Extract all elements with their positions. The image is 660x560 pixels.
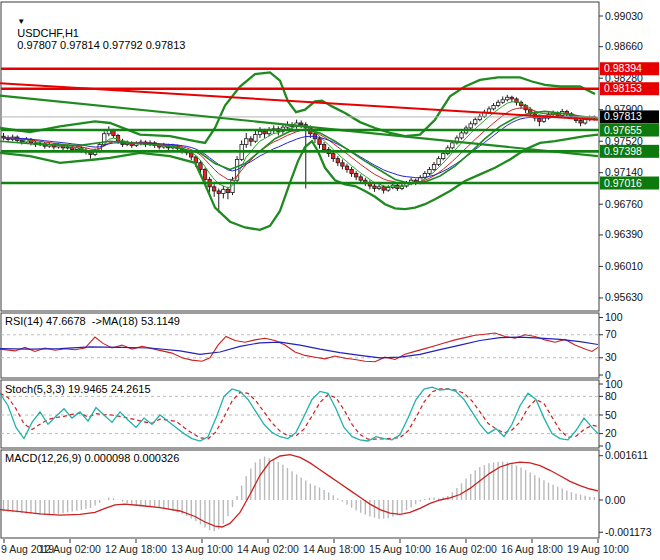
macd-axis-label: -0.001173 xyxy=(605,526,652,538)
candle-body xyxy=(336,159,339,163)
candle-body xyxy=(496,102,499,105)
chart-title: ▼ USDCHF,H1 0.97807 0.97814 0.97792 0.97… xyxy=(5,3,185,63)
price-badge-label: 0.97398 xyxy=(604,145,642,157)
time-axis-label: 15 Aug 10:00 xyxy=(369,543,431,555)
rsi-axis-label: 100 xyxy=(605,311,623,323)
candle-body xyxy=(116,135,119,141)
candle-body xyxy=(501,100,504,102)
price-axis: 0.990300.986600.982800.979000.975200.971… xyxy=(599,10,659,538)
candle-body xyxy=(437,159,440,165)
candle-body xyxy=(217,191,220,193)
candle-body xyxy=(332,154,335,159)
rsi-axis-label: 70 xyxy=(605,328,617,340)
candle-body xyxy=(377,187,380,189)
candle-body xyxy=(382,187,385,190)
candle-body xyxy=(469,124,472,128)
price-axis-label: 0.96760 xyxy=(605,198,643,210)
time-axis-label: 14 Aug 02:00 xyxy=(237,543,299,555)
candle-body xyxy=(300,123,303,125)
candle-body xyxy=(510,97,513,99)
time-axis-label: 16 Aug 18:00 xyxy=(501,543,563,555)
candle-body xyxy=(254,135,257,142)
price-axis-label: 0.95630 xyxy=(605,291,643,303)
price-badge-label: 0.97016 xyxy=(604,177,642,189)
candle-body xyxy=(538,118,541,121)
candle-body xyxy=(226,189,229,192)
candle-body xyxy=(487,109,490,112)
candle-body xyxy=(263,131,266,133)
candle-body xyxy=(345,166,348,169)
stoch-axis-label: 50 xyxy=(605,409,617,421)
candle-body xyxy=(387,188,390,190)
candle-body xyxy=(373,186,376,188)
candle-body xyxy=(318,139,321,145)
candle-body xyxy=(460,133,463,138)
candle-body xyxy=(354,174,357,177)
price-axis-label: 0.96390 xyxy=(605,228,643,240)
candle-body xyxy=(249,139,252,141)
chart-window: ▼ USDCHF,H1 0.97807 0.97814 0.97792 0.97… xyxy=(0,0,660,560)
candle-body xyxy=(258,131,261,134)
stoch-axis-label: 80 xyxy=(605,390,617,402)
candle-body xyxy=(203,169,206,179)
candle-body xyxy=(506,97,509,99)
time-axis-label: 16 Aug 02:00 xyxy=(435,543,497,555)
candle-body xyxy=(341,163,344,166)
candle-body xyxy=(212,187,215,191)
candle-body xyxy=(222,189,225,193)
candle-body xyxy=(428,169,431,173)
price-badge-label: 0.97813 xyxy=(604,110,642,122)
time-axis-label: 13 Aug 10:00 xyxy=(171,543,233,555)
candle-body xyxy=(492,106,495,109)
ohlc-values: 0.97807 0.97814 0.97792 0.97813 xyxy=(17,39,185,51)
candle-body xyxy=(322,145,325,150)
price-badge-label: 0.98153 xyxy=(604,82,642,94)
candle-body xyxy=(359,177,362,180)
symbol-dropdown-icon[interactable]: ▼ xyxy=(17,17,25,26)
price-axis-label: 0.96010 xyxy=(605,260,643,272)
candle-body xyxy=(245,139,248,145)
stoch-axis-label: 100 xyxy=(605,378,623,390)
rsi-axis-label: 30 xyxy=(605,351,617,363)
chart-canvas: 0.990300.986600.982800.979000.975200.971… xyxy=(0,0,660,560)
price-axis-label: 0.99030 xyxy=(605,10,643,22)
candle-body xyxy=(66,147,69,148)
time-axis-label: 19 Aug 10:00 xyxy=(567,543,629,555)
time-axis-label: 12 Aug 02:00 xyxy=(39,543,101,555)
candle-body xyxy=(451,143,454,148)
candle-body xyxy=(579,120,582,122)
time-axis: 9 Aug 201912 Aug 02:0012 Aug 18:0013 Aug… xyxy=(1,539,629,555)
candle-body xyxy=(20,140,23,142)
time-axis-label: 14 Aug 18:00 xyxy=(303,543,365,555)
time-axis-label: 12 Aug 18:00 xyxy=(105,543,167,555)
candle-body xyxy=(199,163,202,170)
symbol-timeframe: USDCHF,H1 xyxy=(17,27,79,39)
candle-body xyxy=(542,118,545,121)
candle-body xyxy=(350,169,353,173)
price-badge-label: 0.98394 xyxy=(604,62,642,74)
candle-body xyxy=(432,164,435,169)
macd-axis-label: 0.00 xyxy=(605,494,626,506)
stoch-axis-label: 20 xyxy=(605,427,617,439)
rsi-indicator-label: RSI(14) 47.6678 ->MA(18) 53.1149 xyxy=(5,315,180,327)
stochastic-indicator-label: Stoch(5,3,3) 19.9465 24.2615 xyxy=(5,383,151,395)
macd-indicator-label: MACD(12,26,9) 0.000098 0.000326 xyxy=(5,452,179,464)
candle-body xyxy=(474,120,477,124)
candle-body xyxy=(441,154,444,159)
macd-axis-label: 0.001611 xyxy=(605,449,648,461)
price-axis-label: 0.98660 xyxy=(605,40,643,52)
price-badge-label: 0.97655 xyxy=(604,124,642,136)
